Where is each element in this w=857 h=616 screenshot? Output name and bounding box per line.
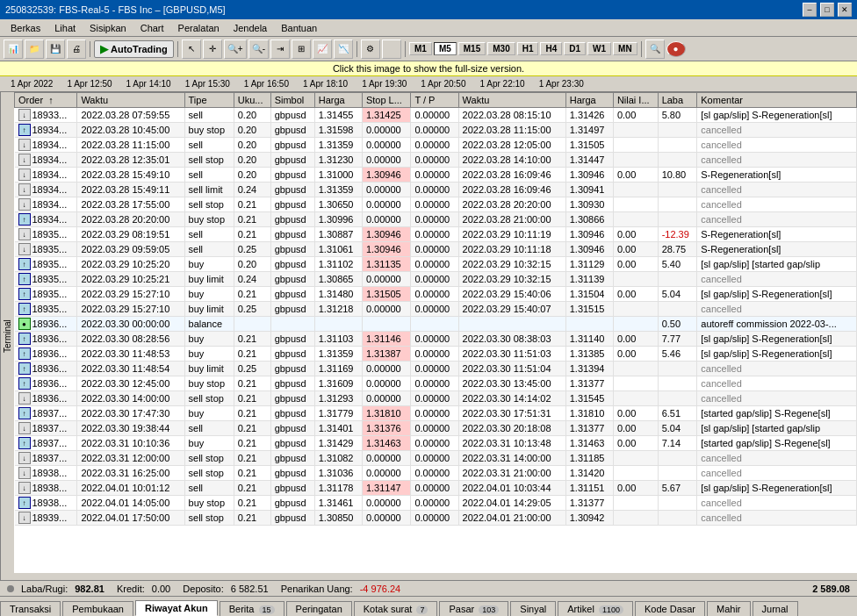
- toolbar-period-sep[interactable]: [382, 39, 401, 59]
- timeline-date-7[interactable]: 1 Apr 20:50: [414, 78, 472, 90]
- period-w1[interactable]: W1: [587, 42, 611, 55]
- tab-pembukaan[interactable]: Pembukaan: [62, 601, 133, 616]
- col-komentar[interactable]: Komentar: [697, 93, 857, 108]
- timeline-date-0[interactable]: 1 Apr 2022: [4, 78, 60, 90]
- minimize-button[interactable]: –: [803, 3, 817, 17]
- timeline-date-6[interactable]: 1 Apr 19:30: [355, 78, 414, 90]
- table-row[interactable]: ↑18934...2022.03.28 20:20:00buy stop0.21…: [15, 212, 857, 227]
- col-uku[interactable]: Uku...: [234, 93, 270, 108]
- toolbar-profile[interactable]: ●: [666, 41, 686, 57]
- table-row[interactable]: ↓18937...2022.03.31 12:00:00sell stop0.2…: [15, 451, 857, 466]
- tab-pasar[interactable]: Pasar 103: [439, 601, 508, 616]
- tab-mahir[interactable]: Mahir: [707, 601, 751, 616]
- col-waktu[interactable]: Waktu: [77, 93, 184, 108]
- toolbar-new-chart[interactable]: 📊: [4, 39, 23, 59]
- table-row[interactable]: ↑18937...2022.03.30 17:47:30buy0.21gbpus…: [15, 406, 857, 421]
- table-row[interactable]: ↓18933...2022.03.28 07:59:55sell0.20gbpu…: [15, 108, 857, 123]
- menu-sisipkan[interactable]: Sisipkan: [83, 21, 133, 35]
- table-row[interactable]: ↑18935...2022.03.29 10:25:20buy0.20gbpus…: [15, 257, 857, 272]
- menu-chart[interactable]: Chart: [133, 21, 171, 35]
- toolbar-search[interactable]: 🔍: [645, 39, 665, 59]
- table-row[interactable]: ●18936...2022.03.30 00:00:00balance0.50a…: [15, 317, 857, 332]
- toolbar-open[interactable]: 📁: [25, 39, 44, 59]
- col-simbol[interactable]: Simbol: [270, 93, 314, 108]
- table-row[interactable]: ↓18934...2022.03.28 11:15:00sell0.20gbpu…: [15, 138, 857, 153]
- menu-peralatan[interactable]: Peralatan: [171, 21, 227, 35]
- table-row[interactable]: ↑18936...2022.03.30 11:48:53buy0.21gbpus…: [15, 347, 857, 362]
- table-row[interactable]: ↑18935...2022.03.29 10:25:21buy limit0.2…: [15, 272, 857, 287]
- notification-banner[interactable]: Click this image to show the full-size v…: [0, 61, 857, 76]
- toolbar-crosshair[interactable]: ✛: [203, 39, 222, 59]
- table-row[interactable]: ↓18935...2022.03.29 08:19:51sell0.21gbpu…: [15, 227, 857, 242]
- col-tipe[interactable]: Tipe: [184, 93, 234, 108]
- tab-kotak-surat[interactable]: Kotak surat 7: [354, 601, 438, 616]
- toolbar-save[interactable]: 💾: [46, 39, 65, 59]
- table-row[interactable]: ↓18934...2022.03.28 12:35:01sell stop0.2…: [15, 153, 857, 168]
- table-row[interactable]: ↓18937...2022.03.30 19:38:44sell0.21gbpu…: [15, 421, 857, 436]
- timeline-date-4[interactable]: 1 Apr 16:50: [237, 78, 296, 90]
- timeline-date-5[interactable]: 1 Apr 18:10: [296, 78, 355, 90]
- col-stop[interactable]: Stop L...: [362, 93, 411, 108]
- menu-bantuan[interactable]: Bantuan: [274, 21, 324, 35]
- table-row[interactable]: ↑18936...2022.03.30 11:48:54buy limit0.2…: [15, 362, 857, 376]
- toolbar-autoscroll[interactable]: ⊞: [292, 39, 311, 59]
- table-row[interactable]: ↓18935...2022.03.29 09:59:05sell0.25gbpu…: [15, 242, 857, 257]
- tab-berita[interactable]: Berita 15: [220, 601, 284, 616]
- table-row[interactable]: ↑18935...2022.03.29 15:27:10buy0.21gbpus…: [15, 287, 857, 302]
- table-row[interactable]: ↓18934...2022.03.28 15:49:11sell limit0.…: [15, 183, 857, 197]
- toolbar-bar-chart[interactable]: 📉: [334, 39, 353, 59]
- timeline-date-1[interactable]: 1 Apr 12:50: [60, 78, 119, 90]
- tab-peringatan[interactable]: Peringatan: [286, 601, 352, 616]
- period-h4[interactable]: H4: [540, 42, 562, 55]
- close-button[interactable]: ✕: [838, 3, 852, 17]
- table-row[interactable]: ↓18934...2022.03.28 15:49:10sell0.20gbpu…: [15, 168, 857, 183]
- timeline-date-2[interactable]: 1 Apr 14:10: [119, 78, 178, 90]
- period-m1[interactable]: M1: [409, 42, 432, 55]
- col-waktu2[interactable]: Waktu: [458, 93, 565, 108]
- period-d1[interactable]: D1: [564, 42, 586, 55]
- table-row[interactable]: ↓18936...2022.03.30 14:00:00sell stop0.2…: [15, 391, 857, 406]
- tab-riwayat-akun[interactable]: Riwayat Akun: [135, 600, 218, 616]
- table-row[interactable]: ↓18939...2022.04.01 17:50:00sell stop0.2…: [15, 511, 857, 526]
- menu-berkas[interactable]: Berkas: [4, 21, 47, 35]
- col-harga2[interactable]: Harga: [565, 93, 613, 108]
- tab-artikel[interactable]: Artikel 1100: [558, 601, 633, 616]
- window-controls[interactable]: – □ ✕: [803, 3, 852, 17]
- toolbar-cursor[interactable]: ↖: [182, 39, 201, 59]
- table-row[interactable]: ↑18935...2022.03.29 15:27:10buy limit0.2…: [15, 302, 857, 317]
- table-row[interactable]: ↑18937...2022.03.31 10:10:36buy0.21gbpus…: [15, 436, 857, 451]
- timeline-date-3[interactable]: 1 Apr 15:30: [178, 78, 237, 90]
- table-row[interactable]: ↓18938...2022.03.31 16:25:00sell stop0.2…: [15, 466, 857, 481]
- col-order[interactable]: Order ↑: [15, 93, 77, 108]
- table-row[interactable]: ↓18938...2022.04.01 10:01:12sell0.21gbpu…: [15, 481, 857, 496]
- tab-sinyal[interactable]: Sinyal: [510, 601, 556, 616]
- col-nilai[interactable]: Nilai I...: [613, 93, 658, 108]
- maximize-button[interactable]: □: [820, 3, 834, 17]
- toolbar-print[interactable]: 🖨: [67, 39, 86, 59]
- table-row[interactable]: ↑18936...2022.03.30 08:28:56buy0.21gbpus…: [15, 332, 857, 347]
- period-h1[interactable]: H1: [517, 42, 539, 55]
- table-row[interactable]: ↑18936...2022.03.30 12:45:00buy stop0.21…: [15, 376, 857, 391]
- table-container[interactable]: Order ↑ Waktu Tipe Uku... Simbol Harga S…: [14, 92, 857, 573]
- period-mn[interactable]: MN: [613, 42, 637, 55]
- toolbar-zoom-out[interactable]: 🔍-: [248, 39, 269, 59]
- period-m15[interactable]: M15: [458, 42, 486, 55]
- tab-transaksi[interactable]: Transaksi: [0, 601, 61, 616]
- col-tp[interactable]: T / P: [411, 93, 458, 108]
- table-row[interactable]: ↓18934...2022.03.28 17:55:00sell stop0.2…: [15, 197, 857, 212]
- col-harga[interactable]: Harga: [314, 93, 362, 108]
- autotrading-button[interactable]: ▶ AutoTrading: [94, 40, 174, 58]
- period-m5[interactable]: M5: [434, 42, 457, 55]
- toolbar-line-chart[interactable]: 📈: [313, 39, 332, 59]
- table-row[interactable]: ↑18938...2022.04.01 14:05:00buy stop0.21…: [15, 496, 857, 511]
- table-row[interactable]: ↑18934...2022.03.28 10:45:00buy stop0.20…: [15, 123, 857, 138]
- menu-lihat[interactable]: Lihat: [47, 21, 83, 35]
- toolbar-indicators[interactable]: ⚙: [361, 39, 380, 59]
- period-m30[interactable]: M30: [487, 42, 515, 55]
- toolbar-chart-shift[interactable]: ⇥: [270, 39, 290, 59]
- toolbar-zoom-in[interactable]: 🔍+: [224, 39, 247, 59]
- menu-jendela[interactable]: Jendela: [227, 21, 275, 35]
- timeline-date-9[interactable]: 1 Apr 23:30: [532, 78, 591, 90]
- tab-kode-dasar[interactable]: Kode Dasar: [635, 601, 705, 616]
- col-laba[interactable]: Laba: [658, 93, 697, 108]
